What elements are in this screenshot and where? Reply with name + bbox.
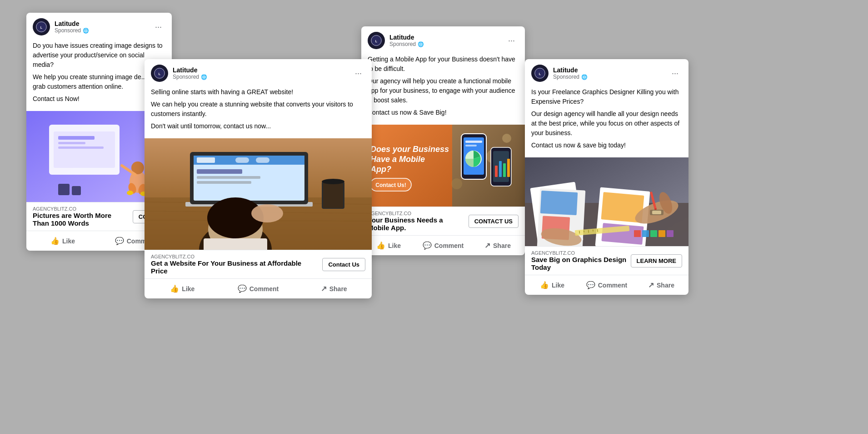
svg-text:L: L bbox=[539, 72, 541, 76]
svg-point-52 bbox=[451, 178, 462, 189]
svg-rect-30 bbox=[197, 157, 215, 163]
card-body-3: Getting a Mobile App for your Business d… bbox=[361, 55, 525, 125]
cta-domain-1: AGENCYBLITZ.CO bbox=[33, 206, 129, 212]
comment-button-3[interactable]: 💬 Comment bbox=[416, 237, 470, 253]
like-button-1[interactable]: 👍 Like bbox=[26, 233, 99, 249]
share-button-3[interactable]: ↗ Share bbox=[470, 237, 525, 253]
page-name-3[interactable]: Latitude bbox=[389, 34, 500, 41]
more-options-4[interactable]: ··· bbox=[668, 67, 682, 80]
globe-icon-1: 🌐 bbox=[83, 28, 89, 34]
page-name-4[interactable]: Latitude bbox=[553, 66, 663, 74]
svg-rect-94 bbox=[634, 230, 641, 237]
share-icon-2: ↗ bbox=[321, 284, 327, 293]
svg-point-51 bbox=[502, 134, 511, 143]
page-name-1[interactable]: Latitude bbox=[55, 20, 147, 27]
cta-title-4: Save Big on Graphics Design Today bbox=[531, 256, 627, 271]
svg-rect-67 bbox=[503, 163, 506, 177]
comment-icon-1: 💬 bbox=[115, 237, 124, 245]
svg-rect-7 bbox=[58, 142, 85, 144]
header-info-4: Latitude Sponsored 🌐 bbox=[553, 66, 663, 80]
card-body-2: Selling online starts with having a GREA… bbox=[145, 87, 372, 138]
svg-rect-68 bbox=[507, 159, 510, 177]
facebook-ad-card-4: L Latitude Sponsored 🌐 ··· Is your Freel… bbox=[525, 59, 688, 295]
share-icon-4: ↗ bbox=[648, 281, 654, 289]
avatar-4: L bbox=[531, 65, 549, 82]
svg-rect-95 bbox=[642, 230, 649, 237]
cta-info-1: AGENCYBLITZ.CO Pictures are Worth More T… bbox=[33, 206, 129, 227]
cta-button-2[interactable]: Contact Us bbox=[322, 258, 365, 271]
sponsored-row-4: Sponsored 🌐 bbox=[553, 74, 663, 80]
sponsored-row-1: Sponsored 🌐 bbox=[55, 27, 147, 34]
more-options-3[interactable]: ··· bbox=[504, 34, 519, 47]
svg-rect-96 bbox=[650, 230, 657, 237]
card-image-3: Does your Business Have a Mobile App? Co… bbox=[361, 125, 525, 207]
comment-icon-2: 💬 bbox=[238, 284, 247, 293]
svg-rect-16 bbox=[58, 184, 70, 195]
card-image-2 bbox=[145, 138, 372, 250]
card-actions-4: 👍 Like 💬 Comment ↗ Share bbox=[525, 275, 688, 295]
card-header-2: L Latitude Sponsored 🌐 ··· bbox=[145, 59, 372, 87]
page-name-2[interactable]: Latitude bbox=[173, 66, 347, 74]
avatar-1: L bbox=[33, 18, 50, 35]
svg-rect-35 bbox=[197, 181, 251, 184]
like-icon-1: 👍 bbox=[50, 237, 60, 245]
more-options-2[interactable]: ··· bbox=[351, 67, 365, 80]
comment-button-4[interactable]: 💬 Comment bbox=[579, 277, 634, 293]
like-icon-2: 👍 bbox=[170, 284, 179, 293]
svg-rect-76 bbox=[540, 191, 578, 215]
card-actions-2: 👍 Like 💬 Comment ↗ Share bbox=[145, 278, 372, 298]
svg-text:Have a Mobile: Have a Mobile bbox=[370, 155, 425, 164]
share-button-2[interactable]: ↗ Share bbox=[296, 281, 372, 297]
svg-rect-37 bbox=[323, 183, 343, 208]
more-options-1[interactable]: ··· bbox=[151, 20, 165, 34]
svg-line-93 bbox=[598, 229, 598, 232]
globe-icon-3: 🌐 bbox=[418, 41, 424, 47]
cta-title-3: Your Business Needs a Mobile App. bbox=[368, 216, 465, 232]
cta-button-4[interactable]: LEARN MORE bbox=[631, 254, 682, 267]
card-header-3: L Latitude Sponsored 🌐 ··· bbox=[361, 26, 525, 55]
like-icon-4: 👍 bbox=[540, 281, 549, 289]
svg-text:L: L bbox=[159, 72, 161, 76]
svg-rect-31 bbox=[235, 157, 249, 163]
cta-row-2: AGENCYBLITZ.CO Get a Website For Your Bu… bbox=[145, 250, 372, 278]
card-actions-3: 👍 Like 💬 Comment ↗ Share bbox=[361, 235, 525, 255]
card-footer-2: AGENCYBLITZ.CO Get a Website For Your Bu… bbox=[145, 250, 372, 298]
svg-point-43 bbox=[251, 204, 283, 222]
like-button-2[interactable]: 👍 Like bbox=[145, 281, 220, 297]
cta-row-3: AGENCYBLITZ.CO Your Business Needs a Mob… bbox=[361, 207, 525, 235]
svg-rect-33 bbox=[197, 169, 242, 174]
card-footer-3: AGENCYBLITZ.CO Your Business Needs a Mob… bbox=[361, 207, 525, 255]
svg-rect-60 bbox=[465, 141, 482, 143]
share-button-4[interactable]: ↗ Share bbox=[634, 277, 688, 293]
cta-info-4: AGENCYBLITZ.CO Save Big on Graphics Desi… bbox=[531, 250, 627, 271]
svg-text:App?: App? bbox=[370, 165, 391, 174]
svg-rect-65 bbox=[495, 166, 498, 177]
cta-row-4: AGENCYBLITZ.CO Save Big on Graphics Desi… bbox=[525, 247, 688, 275]
cta-info-2: AGENCYBLITZ.CO Get a Website For Your Bu… bbox=[151, 254, 319, 275]
globe-icon-2: 🌐 bbox=[201, 74, 207, 80]
card-body-4: Is your Freelance Graphics Designer Kill… bbox=[525, 87, 688, 157]
like-button-4[interactable]: 👍 Like bbox=[525, 277, 579, 293]
cta-domain-2: AGENCYBLITZ.CO bbox=[151, 254, 319, 259]
card-header-1: L Latitude Sponsored 🌐 ··· bbox=[26, 13, 172, 41]
comment-button-2[interactable]: 💬 Comment bbox=[220, 281, 296, 297]
svg-text:Contact Us!: Contact Us! bbox=[375, 182, 406, 188]
cta-domain-4: AGENCYBLITZ.CO bbox=[531, 250, 627, 256]
cta-info-3: AGENCYBLITZ.CO Your Business Needs a Mob… bbox=[368, 211, 465, 232]
cta-button-3[interactable]: CONTACT US bbox=[469, 215, 519, 228]
svg-rect-98 bbox=[667, 230, 673, 237]
svg-rect-42 bbox=[204, 238, 267, 250]
svg-rect-6 bbox=[58, 136, 95, 140]
header-info-1: Latitude Sponsored 🌐 bbox=[55, 20, 147, 34]
cta-title-1: Pictures are Worth More Than 1000 Words bbox=[33, 212, 129, 227]
svg-rect-8 bbox=[58, 146, 104, 149]
svg-rect-17 bbox=[72, 186, 81, 195]
facebook-ad-card-3: L Latitude Sponsored 🌐 ··· Getting a Mob… bbox=[361, 26, 525, 255]
svg-rect-61 bbox=[465, 145, 477, 146]
svg-line-89 bbox=[579, 231, 580, 233]
svg-rect-34 bbox=[197, 176, 260, 179]
svg-rect-66 bbox=[499, 161, 502, 177]
like-icon-3: 👍 bbox=[376, 241, 385, 250]
svg-rect-32 bbox=[256, 157, 269, 163]
svg-rect-86 bbox=[652, 211, 661, 214]
